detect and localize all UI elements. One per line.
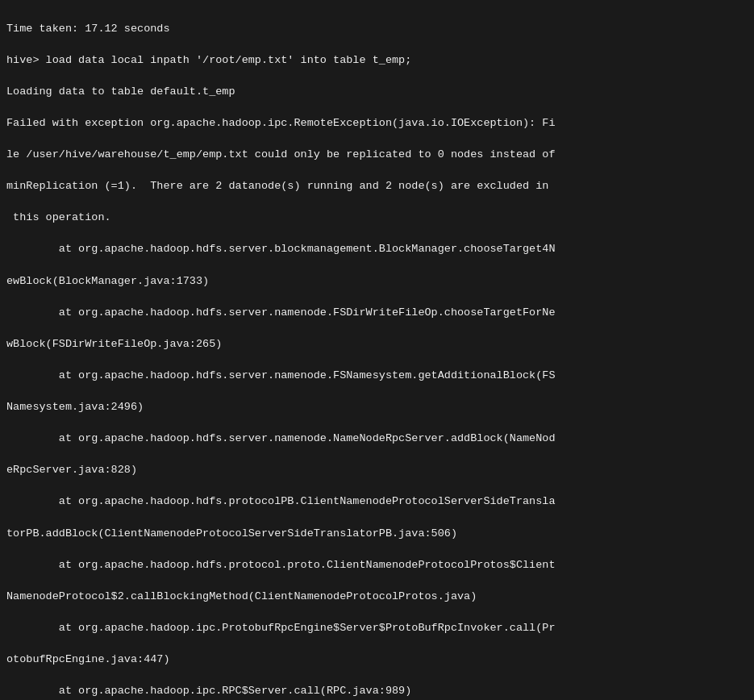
terminal-line-at1-line2: ewBlock(BlockManager.java:1733) xyxy=(6,273,748,290)
terminal-line-at4-line1: at org.apache.hadoop.hdfs.server.namenod… xyxy=(6,431,748,447)
terminal-output: Time taken: 17.12 seconds hive> load dat… xyxy=(0,0,754,700)
terminal-line-at7-line2: otobufRpcEngine.java:447) xyxy=(6,652,748,668)
terminal-line-at6-line2: NamenodeProtocol$2.callBlockingMethod(Cl… xyxy=(6,589,748,605)
terminal-line-at8: at org.apache.hadoop.ipc.RPC$Server.call… xyxy=(6,683,748,699)
terminal-line-at5-line1: at org.apache.hadoop.hdfs.protocolPB.Cli… xyxy=(6,494,748,510)
terminal-line-at7-line1: at org.apache.hadoop.ipc.ProtobufRpcEngi… xyxy=(6,620,748,636)
terminal-line-at1-line1: at org.apache.hadoop.hdfs.server.blockma… xyxy=(6,241,748,257)
terminal-line-at2-line1: at org.apache.hadoop.hdfs.server.namenod… xyxy=(6,305,748,321)
terminal-line-at3-line1: at org.apache.hadoop.hdfs.server.namenod… xyxy=(6,368,748,384)
terminal-line-at2-line2: wBlock(FSDirWriteFileOp.java:265) xyxy=(6,336,748,352)
terminal-line-at6-line1: at org.apache.hadoop.hdfs.protocol.proto… xyxy=(6,557,748,573)
terminal-line-loading: Loading data to table default.t_emp xyxy=(6,84,748,100)
terminal-line-failed-line2: le /user/hive/warehouse/t_emp/emp.txt co… xyxy=(6,147,748,163)
terminal-line-at3-line2: Namesystem.java:2496) xyxy=(6,399,748,415)
terminal-line-failed-line3: minReplication (=1). There are 2 datanod… xyxy=(6,178,748,194)
terminal-line-time-taken: Time taken: 17.12 seconds xyxy=(6,21,748,37)
terminal-line-at5-line2: torPB.addBlock(ClientNamenodeProtocolSer… xyxy=(6,526,748,542)
terminal-line-failed-line4: this operation. xyxy=(6,210,748,226)
terminal-line-at4-line2: eRpcServer.java:828) xyxy=(6,462,748,478)
terminal-line-failed-line1: Failed with exception org.apache.hadoop.… xyxy=(6,115,748,131)
terminal-line-hive-prompt: hive> load data local inpath '/root/emp.… xyxy=(6,52,748,69)
